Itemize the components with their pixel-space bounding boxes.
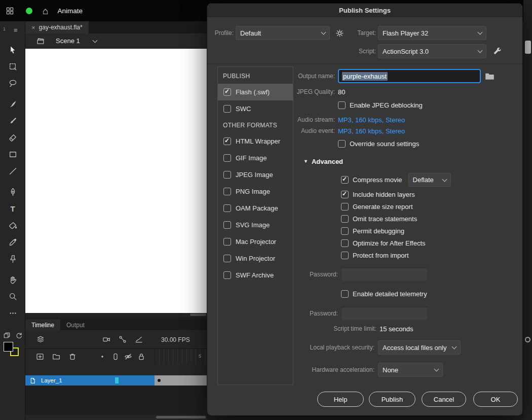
checkbox[interactable]	[341, 252, 349, 259]
include-hidden-layers-row[interactable]: Include hidden layers	[341, 190, 415, 198]
checkbox[interactable]	[341, 239, 349, 247]
profile-options-gear-button[interactable]	[333, 26, 346, 40]
script-dropdown[interactable]: ActionScript 3.0	[378, 44, 486, 58]
lock-layers-icon[interactable]	[137, 353, 145, 361]
hardware-acceleration-dropdown[interactable]: None	[378, 363, 443, 377]
script-settings-wrench-button[interactable]	[491, 45, 504, 58]
hand-tool-icon[interactable]	[5, 273, 20, 286]
scene-dropdown-chevron-icon[interactable]	[92, 38, 97, 43]
checkbox[interactable]	[223, 204, 231, 212]
checkbox[interactable]	[338, 140, 346, 148]
line-tool-icon[interactable]	[5, 165, 20, 177]
help-button[interactable]: Help	[317, 392, 364, 407]
compress-movie-row[interactable]: Compress movie Deflate	[341, 173, 451, 187]
tab-timeline[interactable]: Timeline	[25, 320, 60, 330]
checkbox[interactable]	[341, 227, 349, 235]
delete-layer-icon[interactable]	[68, 353, 77, 361]
checkbox[interactable]	[338, 101, 346, 109]
frame-rate[interactable]: 30.00 FPS	[161, 336, 190, 343]
checkbox[interactable]	[223, 154, 231, 162]
text-tool-icon[interactable]: T	[5, 202, 20, 215]
script-time-value[interactable]: 15 seconds	[379, 325, 413, 333]
layers-icon[interactable]	[36, 335, 45, 343]
timeline-h-scrollbar[interactable]	[25, 416, 207, 419]
eraser-tool-icon[interactable]	[5, 131, 20, 144]
advanced-layers-icon[interactable]	[111, 353, 120, 361]
layer-row[interactable]: Layer_1	[25, 375, 207, 386]
playback-security-dropdown[interactable]: Access local files only	[378, 340, 461, 355]
loop-icon[interactable]	[15, 332, 23, 339]
copy-frames-icon[interactable]	[3, 332, 11, 339]
checkbox[interactable]	[223, 221, 231, 229]
optimize-after-effects-row[interactable]: Optimize for After Effects	[341, 239, 426, 247]
hide-layers-icon[interactable]	[124, 353, 132, 361]
new-folder-icon[interactable]	[52, 353, 60, 361]
pen-tool-icon[interactable]	[5, 186, 20, 198]
layer-name[interactable]: Layer_1	[41, 377, 62, 383]
lasso-tool-icon[interactable]	[5, 77, 20, 89]
format-item-win-projector[interactable]: Win Projector	[218, 250, 293, 267]
stage-canvas[interactable]	[25, 49, 207, 313]
rectangle-tool-icon[interactable]	[5, 148, 20, 160]
browse-folder-button[interactable]	[485, 73, 495, 80]
show-all-dot-icon[interactable]	[99, 354, 105, 360]
graph-editor-icon[interactable]	[135, 335, 143, 343]
override-sound-row[interactable]: Override sound settings	[338, 139, 419, 148]
selection-tool-icon[interactable]	[5, 44, 20, 56]
home-icon[interactable]: ⌂	[43, 6, 48, 16]
asset-warp-pin-tool-icon[interactable]	[5, 253, 20, 265]
paint-bucket-tool-icon[interactable]	[5, 219, 20, 231]
profile-dropdown[interactable]: Default	[236, 26, 330, 40]
checkbox[interactable]	[341, 203, 349, 211]
compress-method-dropdown[interactable]: Deflate	[408, 173, 451, 187]
eyedropper-tool-icon[interactable]	[5, 236, 20, 248]
scene-breadcrumb[interactable]: Scene 1	[56, 37, 80, 45]
format-item-png[interactable]: PNG Image	[218, 183, 293, 200]
checkbox[interactable]	[223, 255, 231, 262]
more-tools-icon[interactable]	[5, 307, 20, 319]
jpeg-deblocking-row[interactable]: Enable JPEG deblocking	[338, 101, 423, 109]
output-name-input[interactable]: purple-exhaust	[338, 69, 481, 83]
format-item-svg[interactable]: SVG Image	[218, 217, 293, 233]
format-item-jpeg[interactable]: JPEG Image	[218, 166, 293, 183]
checkbox[interactable]	[223, 188, 231, 195]
app-menu-animate[interactable]: Animate	[57, 7, 83, 15]
checkbox[interactable]	[223, 171, 231, 179]
panel-menu-icon[interactable]: ≡	[14, 26, 18, 34]
format-item-mac-projector[interactable]: Mac Projector	[218, 233, 293, 250]
scrollbar-thumb[interactable]	[190, 313, 206, 316]
format-item-swc[interactable]: SWC	[218, 100, 293, 117]
omit-trace-row[interactable]: Omit trace statements	[341, 215, 417, 223]
camera-icon[interactable]	[102, 335, 110, 343]
layer-outline-swatch[interactable]	[115, 377, 119, 383]
docked-tool-ring-icon[interactable]	[525, 337, 530, 342]
layer-frame-span[interactable]	[155, 375, 207, 386]
publish-button[interactable]: Publish	[369, 392, 415, 407]
new-layer-icon[interactable]	[36, 353, 44, 361]
app-grid-icon[interactable]	[6, 7, 14, 15]
checkbox[interactable]	[341, 176, 349, 184]
audio-stream-link[interactable]: MP3, 160 kbps, Stereo	[338, 116, 405, 124]
checkbox[interactable]	[223, 137, 231, 145]
keyframe-dot[interactable]	[158, 379, 161, 382]
format-item-oam[interactable]: OAM Package	[218, 200, 293, 217]
telemetry-row[interactable]: Enable detailed telemetry	[341, 290, 427, 298]
checkbox[interactable]	[341, 215, 349, 223]
checkbox[interactable]	[341, 290, 349, 298]
format-item-html-wrapper[interactable]: HTML Wrapper	[218, 133, 293, 150]
target-dropdown[interactable]: Flash Player 32	[378, 26, 486, 40]
document-tab[interactable]: × gay-exhaust.fla*	[25, 21, 89, 33]
frame-ruler[interactable]: 5	[155, 349, 207, 364]
cancel-button[interactable]: Cancel	[422, 392, 466, 407]
checkbox[interactable]	[341, 191, 349, 198]
parenting-icon[interactable]	[119, 335, 127, 343]
classic-brush-tool-icon[interactable]	[5, 115, 20, 127]
audio-event-link[interactable]: MP3, 160 kbps, Stereo	[338, 127, 405, 135]
docked-panel-handle[interactable]	[525, 41, 531, 54]
fluid-brush-tool-icon[interactable]	[5, 98, 20, 110]
scrollbar-thumb[interactable]	[156, 416, 206, 418]
free-transform-tool-icon[interactable]	[5, 60, 20, 73]
permit-debugging-row[interactable]: Permit debugging	[341, 227, 404, 235]
fill-color-swatch[interactable]	[4, 342, 13, 352]
ok-button[interactable]: OK	[473, 392, 518, 407]
